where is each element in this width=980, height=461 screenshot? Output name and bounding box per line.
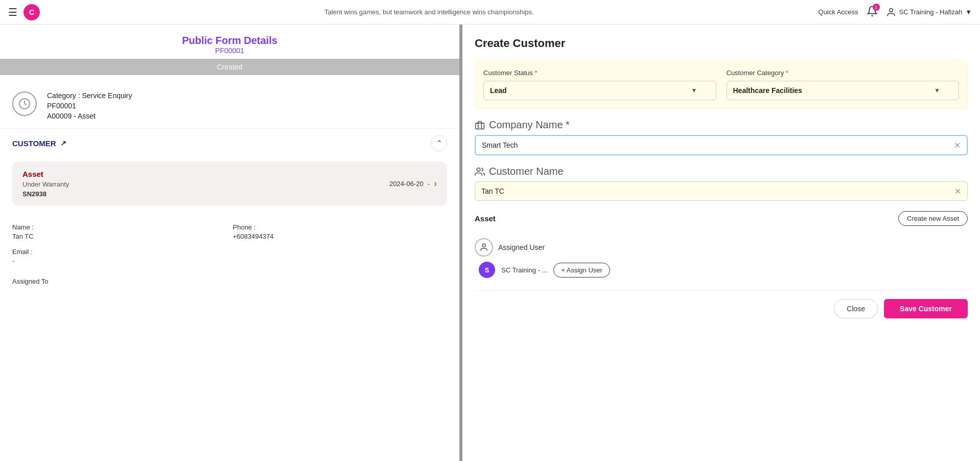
company-name-label-row: Company Name * <box>475 119 968 131</box>
email-value: - <box>12 257 14 265</box>
customer-name-section: Customer Name ✕ <box>475 166 968 201</box>
name-field: Name : Tan TC <box>12 222 227 241</box>
company-name-label: Company Name * <box>489 119 570 131</box>
right-panel: Create Customer Customer Status * Lead ▼… <box>462 25 980 461</box>
asset-card[interactable]: Asset Under Warranty SN2938 2024-06-20 -… <box>12 162 447 206</box>
user-name: SC Training - Hafizah <box>899 8 963 16</box>
asset-chevron-icon: › <box>434 178 437 189</box>
status-bar: Created <box>0 59 459 75</box>
company-name-input-wrapper: ✕ <box>475 135 968 155</box>
svg-rect-2 <box>476 123 484 129</box>
notification-count: 1 <box>873 4 880 11</box>
status-category-row: Customer Status * Lead ▼ Lead Active Ina… <box>475 60 968 109</box>
collapse-button[interactable]: ⌃ <box>431 135 447 151</box>
email-field: Email : - <box>12 247 227 265</box>
clock-icon <box>12 91 37 116</box>
assign-user-button[interactable]: + Assign User <box>553 263 610 278</box>
phone-value: +6083494374 <box>233 233 274 240</box>
asset-date-dash: - <box>428 180 430 188</box>
left-panel: Public Form Details PF00001 Created Cate… <box>0 25 462 461</box>
customer-name-input-wrapper: ✕ <box>475 181 968 201</box>
name-value: Tan TC <box>12 233 34 240</box>
customer-name-label: Customer Name <box>489 166 564 177</box>
asset-card-right: 2024-06-20 - › <box>389 178 437 189</box>
asset-ref: A00009 - Asset <box>47 112 132 120</box>
asset-section-label: Asset <box>475 214 496 223</box>
category-text: Category : Service Enquiry <box>47 91 132 100</box>
assigned-user-section: Assigned User S SC Training - ... + Assi… <box>475 238 968 278</box>
main-layout: Public Form Details PF00001 Created Cate… <box>0 25 980 461</box>
svg-point-4 <box>482 244 485 247</box>
hamburger-menu[interactable]: ☰ <box>8 6 17 18</box>
customer-name-clear-button[interactable]: ✕ <box>948 187 967 196</box>
customer-status-group: Customer Status * Lead ▼ Lead Active Ina… <box>483 69 716 100</box>
asset-date: 2024-06-20 <box>389 180 424 188</box>
customer-status-select[interactable]: Lead ▼ Lead Active Inactive <box>483 81 716 100</box>
create-new-asset-button[interactable]: Create new Asset <box>898 211 968 226</box>
form-id: PF00001 <box>0 47 459 55</box>
form-title: Public Form Details <box>0 35 459 47</box>
name-label: Name : <box>12 223 34 231</box>
customer-name-input[interactable] <box>475 182 948 200</box>
form-info-section: Category : Service Enquiry PF00001 A0000… <box>0 83 459 128</box>
notification-bell[interactable]: 1 <box>867 6 878 19</box>
form-info-text: Category : Service Enquiry PF00001 A0000… <box>47 91 132 120</box>
form-title-section: Public Form Details PF00001 <box>0 25 459 59</box>
pf-number: PF00001 <box>47 102 132 110</box>
create-customer-title: Create Customer <box>475 37 968 50</box>
asset-serial: SN2938 <box>22 190 69 198</box>
phone-label: Phone : <box>233 223 256 231</box>
asset-card-left: Asset Under Warranty SN2938 <box>22 170 69 198</box>
customer-name-label-row: Customer Name <box>475 166 968 177</box>
svg-point-3 <box>477 168 480 171</box>
assigned-user-label: Assigned User <box>498 243 545 251</box>
asset-title: Asset <box>22 170 69 178</box>
quick-access-link[interactable]: Quick Access <box>819 8 858 16</box>
company-name-section: Company Name * ✕ <box>475 119 968 155</box>
customer-section-title: CUSTOMER ↗ <box>12 139 66 148</box>
company-name-input[interactable] <box>476 136 948 154</box>
user-chip-row: S SC Training - ... + Assign User <box>475 262 968 278</box>
svg-point-0 <box>889 8 893 12</box>
user-menu[interactable]: SC Training - Hafizah ▼ <box>886 7 972 17</box>
assigned-user-name: SC Training - ... <box>501 266 547 274</box>
top-navigation: ☰ C Talent wins games, but teamwork and … <box>0 0 980 25</box>
assigned-section: Assigned To <box>0 273 459 297</box>
customer-section-header: CUSTOMER ↗ ⌃ <box>0 128 459 157</box>
save-customer-button[interactable]: Save Customer <box>884 299 968 318</box>
close-button[interactable]: Close <box>834 299 878 318</box>
customer-label: CUSTOMER <box>12 139 56 148</box>
assigned-to-label: Assigned To <box>12 278 447 285</box>
assigned-user-row: Assigned User <box>475 238 968 257</box>
app-logo: C <box>24 4 40 20</box>
assigned-user-avatar: S <box>479 262 495 278</box>
asset-section-right: Asset Create new Asset <box>475 211 968 226</box>
phone-field: Phone : +6083494374 <box>233 222 448 241</box>
email-label: Email : <box>12 248 33 256</box>
customer-category-label: Customer Category * <box>727 69 960 77</box>
action-bar: Close Save Customer <box>475 290 968 318</box>
user-dropdown-icon: ▼ <box>965 8 972 16</box>
asset-subtitle: Under Warranty <box>22 180 69 188</box>
customer-category-group: Customer Category * Healthcare Facilitie… <box>727 69 960 100</box>
external-link-icon[interactable]: ↗ <box>60 139 66 147</box>
company-name-clear-button[interactable]: ✕ <box>948 141 967 150</box>
tagline: Talent wins games, but teamwork and inte… <box>324 8 534 16</box>
customer-status-label: Customer Status * <box>483 69 716 77</box>
contact-section: Name : Tan TC Phone : +6083494374 Email … <box>0 214 459 273</box>
customer-category-select[interactable]: Healthcare Facilities ▼ Healthcare Facil… <box>727 81 960 100</box>
